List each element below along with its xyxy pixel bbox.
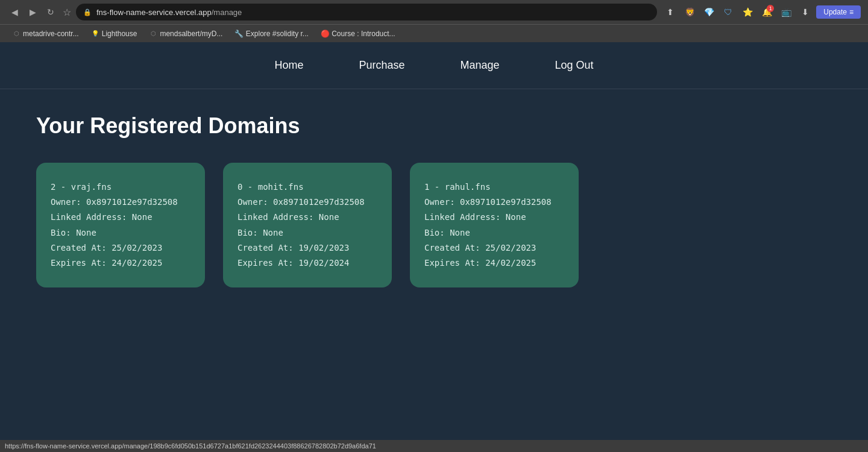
status-bar: https://fns-flow-name-service.vercel.app… [0, 440, 868, 452]
brave-vpn-icon[interactable]: 🛡 [720, 4, 737, 20]
page-title: Your Registered Domains [36, 113, 832, 139]
domain-1-linked: Linked Address: None [51, 210, 190, 225]
screen-cast-button[interactable]: 📺 [778, 4, 794, 20]
bookmark-mendsalbert[interactable]: ⬡ mendsalbert/myD... [144, 28, 227, 39]
browser-chrome: ◀ ▶ ↻ ☆ 🔒 fns-flow-name-service.vercel.a… [0, 0, 868, 42]
status-bar-url: https://fns-flow-name-service.vercel.app… [5, 442, 376, 450]
domain-3-header: 1 - rahul.fns [424, 180, 564, 195]
update-button[interactable]: Update ≡ [816, 5, 861, 19]
share-button[interactable]: ⬆ [662, 4, 679, 20]
nav-home[interactable]: Home [265, 54, 313, 77]
browser-toolbar: ◀ ▶ ↻ ☆ 🔒 fns-flow-name-service.vercel.a… [0, 0, 868, 24]
notification-button[interactable]: 🔔 1 [758, 4, 775, 20]
lighthouse-favicon: 💡 [91, 30, 99, 38]
domain-3-expires: Expires At: 24/02/2025 [424, 256, 564, 271]
brave-rewards-icon[interactable]: 🦁 [681, 4, 698, 20]
forward-button[interactable]: ▶ [25, 5, 40, 19]
bookmark-mendsalbert-label: mendsalbert/myD... [160, 30, 222, 38]
domain-2-owner: Owner: 0x8971012e97d32508 [237, 195, 377, 210]
app-container: Home Purchase Manage Log Out Your Regist… [0, 42, 868, 452]
reload-button[interactable]: ↻ [43, 5, 58, 19]
nav-purchase[interactable]: Purchase [349, 54, 414, 77]
domain-1-owner: Owner: 0x8971012e97d32508 [51, 195, 190, 210]
domain-1-expires: Expires At: 24/02/2025 [51, 256, 190, 271]
domain-3-created: Created At: 25/02/2023 [424, 240, 564, 256]
domain-1-header: 2 - vraj.fns [51, 180, 190, 195]
nav-bar: Home Purchase Manage Log Out [0, 42, 868, 89]
bookmark-lighthouse-label: Lighthouse [102, 30, 137, 38]
address-bar[interactable]: 🔒 fns-flow-name-service.vercel.app/manag… [76, 4, 657, 20]
bookmark-course-label: 🔴 Course : Introduct... [321, 30, 395, 38]
domain-card-1: 2 - vraj.fns Owner: 0x8971012e97d32508 L… [36, 163, 205, 287]
mendsalbert-favicon: ⬡ [149, 30, 157, 38]
domain-3-bio: Bio: None [424, 225, 564, 240]
back-button[interactable]: ◀ [7, 5, 22, 19]
domain-1-bio: Bio: None [51, 225, 190, 240]
domain-2-bio: Bio: None [237, 225, 377, 240]
extensions-icon[interactable]: ⭐ [739, 4, 756, 20]
domain-2-created: Created At: 19/02/2023 [237, 240, 377, 256]
domain-card-3-text: 1 - rahul.fns Owner: 0x8971012e97d32508 … [424, 180, 564, 271]
domain-3-linked: Linked Address: None [424, 210, 564, 225]
nav-manage[interactable]: Manage [450, 54, 509, 77]
domain-1-created: Created At: 25/02/2023 [51, 240, 190, 256]
bookmark-solidity[interactable]: 🔧 Explore #solidity r... [230, 28, 313, 39]
bookmark-lighthouse[interactable]: 💡 Lighthouse [86, 28, 142, 39]
bookmark-metadrive-label: metadrive-contr... [23, 30, 79, 38]
lock-icon: 🔒 [83, 8, 92, 16]
domains-grid: 2 - vraj.fns Owner: 0x8971012e97d32508 L… [36, 163, 832, 287]
nav-logout[interactable]: Log Out [546, 54, 603, 77]
domain-2-expires: Expires At: 19/02/2024 [237, 256, 377, 271]
bookmark-solidity-label: 🔧 Explore #solidity r... [234, 30, 308, 38]
bookmark-course[interactable]: 🔴 Course : Introduct... [316, 28, 400, 39]
domain-2-header: 0 - mohit.fns [237, 180, 377, 195]
brave-wallet-icon[interactable]: 💎 [700, 4, 717, 20]
domain-2-linked: Linked Address: None [237, 210, 377, 225]
bookmark-metadrive[interactable]: ⬡ metadrive-contr... [7, 28, 84, 39]
domain-card-2-text: 0 - mohit.fns Owner: 0x8971012e97d32508 … [237, 180, 377, 271]
bookmarks-bar: ⬡ metadrive-contr... 💡 Lighthouse ⬡ mend… [0, 24, 868, 42]
address-bar-text: fns-flow-name-service.vercel.app/manage [96, 8, 650, 17]
page-content: Your Registered Domains 2 - vraj.fns Own… [0, 89, 868, 312]
notification-badge: 1 [767, 5, 774, 12]
domain-card-1-text: 2 - vraj.fns Owner: 0x8971012e97d32508 L… [51, 180, 190, 271]
bookmark-star-button[interactable]: ☆ [63, 7, 71, 18]
domain-card-3: 1 - rahul.fns Owner: 0x8971012e97d32508 … [410, 163, 579, 287]
downloads-button[interactable]: ⬇ [797, 4, 814, 20]
metadrive-favicon: ⬡ [12, 30, 20, 38]
domain-card-2: 0 - mohit.fns Owner: 0x8971012e97d32508 … [223, 163, 392, 287]
browser-nav-buttons: ◀ ▶ ↻ [7, 5, 58, 19]
domain-3-owner: Owner: 0x8971012e97d32508 [424, 195, 564, 210]
browser-actions: ⬆ 🦁 💎 🛡 ⭐ 🔔 1 📺 ⬇ Update ≡ [662, 4, 861, 20]
